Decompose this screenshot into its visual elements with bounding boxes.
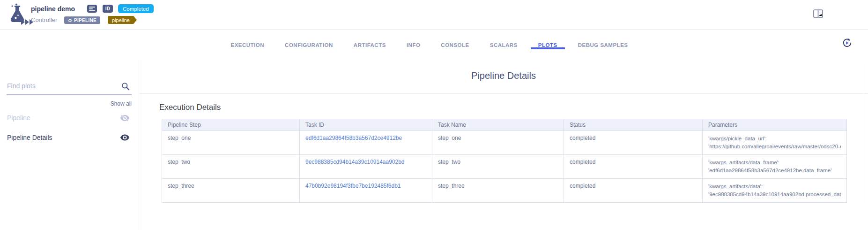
- refresh-button[interactable]: [842, 38, 852, 48]
- search-icon[interactable]: [121, 82, 130, 91]
- tab-bar-tabs: EXECUTIONCONFIGURATIONARTIFACTSINFOCONSO…: [0, 30, 859, 60]
- plot-item-label: Pipeline: [7, 114, 30, 122]
- search-underline: [7, 94, 132, 95]
- plots-sidebar: Show all PipelinePipeline Details: [0, 60, 139, 230]
- scrollbar[interactable]: [864, 64, 864, 203]
- search-input[interactable]: [7, 79, 115, 93]
- table-body: step_oneedf6d1aa29864f58b3a567d2ce4912be…: [162, 131, 847, 203]
- plot-search: [7, 79, 132, 95]
- parameters-cell: 'kwargs_artifacts/data':'9ec988385cd94b1…: [703, 179, 847, 203]
- compare-panel-button[interactable]: [813, 9, 823, 18]
- status-badge: Completed: [118, 4, 154, 13]
- parameter-line: 'edf6d1aa29864f58b3a567d2ce4912be.data_f…: [708, 167, 841, 175]
- plot-page-title: Pipeline Details: [139, 70, 868, 81]
- column-header-task-id: Task ID: [300, 119, 432, 131]
- status-cell: completed: [564, 131, 703, 155]
- column-header-pipeline-step: Pipeline Step: [162, 119, 300, 131]
- tab-execution[interactable]: EXECUTION: [230, 30, 265, 60]
- tab-info[interactable]: INFO: [406, 30, 421, 60]
- id-badge-button[interactable]: ID: [103, 5, 113, 13]
- text-lines-icon: [89, 7, 95, 11]
- task-name-cell: step_one: [432, 131, 564, 155]
- task-id-link[interactable]: edf6d1aa29864f58b3a567d2ce4912be: [305, 135, 402, 141]
- visibility-off-icon[interactable]: [120, 115, 129, 122]
- title-divider: [139, 93, 868, 94]
- status-cell: completed: [564, 179, 703, 203]
- tab-artifacts[interactable]: ARTIFACTS: [353, 30, 387, 60]
- column-header-task-name: Task Name: [432, 119, 564, 131]
- task-type-tag: PIPELINE: [64, 16, 100, 24]
- controller-label: Controller: [31, 16, 57, 23]
- app-header: pipeline demo ID Completed Controller PI…: [0, 0, 868, 30]
- parameters-cell: 'kwargs_artifacts/data_frame':'edf6d1aa2…: [703, 155, 847, 179]
- visibility-icon[interactable]: [120, 134, 129, 141]
- table-row: step_two9ec988385cd94b14a39c10914aa902bd…: [162, 155, 847, 179]
- task-id-link[interactable]: 9ec988385cd94b14a39c10914aa902bd: [305, 159, 405, 165]
- parameter-line: 'kwargs/pickle_data_url':: [708, 135, 841, 143]
- plot-page: Pipeline Details Execution Details Pipel…: [139, 60, 868, 230]
- queue-tag: pipeline: [108, 16, 137, 24]
- plot-list: PipelinePipeline Details: [0, 111, 139, 150]
- task-id-cell: edf6d1aa29864f58b3a567d2ce4912be: [300, 131, 432, 155]
- pipeline-step-cell: step_three: [162, 179, 300, 203]
- gear-icon: [68, 18, 72, 23]
- tab-debug-samples[interactable]: DEBUG SAMPLES: [577, 30, 629, 60]
- refresh-icon: [842, 38, 852, 48]
- parameters-cell: 'kwargs/pickle_data_url':'https://github…: [703, 131, 847, 155]
- plot-list-item[interactable]: Pipeline: [0, 111, 139, 125]
- parameter-line: 'https://github.com/allegroai/events/raw…: [708, 143, 841, 151]
- status-cell: completed: [564, 155, 703, 179]
- parameter-line: '9ec988385cd94b14a39c10914aa902bd.proces…: [708, 191, 841, 199]
- pipeline-step-cell: step_one: [162, 131, 300, 155]
- table-row: step_oneedf6d1aa29864f58b3a567d2ce4912be…: [162, 131, 847, 155]
- column-header-parameters: Parameters: [703, 119, 847, 131]
- plot-list-item[interactable]: Pipeline Details: [0, 130, 139, 145]
- plot-item-label: Pipeline Details: [7, 134, 52, 141]
- tab-configuration[interactable]: CONFIGURATION: [284, 30, 334, 60]
- parameter-line: 'kwargs_artifacts/data_frame':: [708, 159, 841, 167]
- task-name-cell: step_three: [432, 179, 564, 203]
- task-name-cell: step_two: [432, 155, 564, 179]
- column-header-status: Status: [564, 119, 703, 131]
- task-type-label: PIPELINE: [74, 18, 96, 23]
- task-id-cell: 47b0b92e98194f3fbe7be192485f6db1: [300, 179, 432, 203]
- split-panel-icon: [813, 9, 823, 18]
- tab-plots[interactable]: PLOTS: [537, 30, 558, 60]
- parameter-line: 'kwargs_artifacts/data':: [708, 183, 841, 191]
- app: pipeline demo ID Completed Controller PI…: [0, 0, 868, 230]
- task-title: pipeline demo: [31, 5, 75, 13]
- pipeline-flask-icon: [5, 3, 34, 26]
- show-all-link[interactable]: Show all: [7, 100, 132, 107]
- task-details-button[interactable]: [87, 5, 97, 13]
- tab-scalars[interactable]: SCALARS: [489, 30, 519, 60]
- table-header-row: Pipeline StepTask IDTask NameStatusParam…: [162, 119, 847, 131]
- task-id-link[interactable]: 47b0b92e98194f3fbe7be192485f6db1: [305, 183, 401, 189]
- task-id-cell: 9ec988385cd94b14a39c10914aa902bd: [300, 155, 432, 179]
- tab-console[interactable]: CONSOLE: [440, 30, 470, 60]
- pipeline-step-cell: step_two: [162, 155, 300, 179]
- tab-bar: EXECUTIONCONFIGURATIONARTIFACTSINFOCONSO…: [0, 30, 868, 61]
- plot-section-title: Execution Details: [159, 103, 221, 112]
- table-row: step_three47b0b92e98194f3fbe7be192485f6d…: [162, 179, 847, 203]
- execution-details-table: Pipeline StepTask IDTask NameStatusParam…: [162, 119, 846, 203]
